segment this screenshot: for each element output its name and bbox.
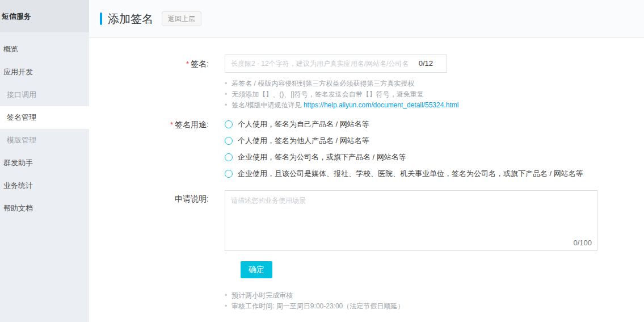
usage-label: *签名用途: bbox=[89, 118, 209, 180]
sidebar-item-signature-management[interactable]: 签名管理 bbox=[0, 106, 89, 129]
review-notes-list: 预计两小时完成审核 审核工作时间: 周一至周日9:00-23:00（法定节假日顺… bbox=[225, 290, 644, 312]
title-accent-bar bbox=[100, 12, 102, 25]
usage-options: 个人使用，签名为自己产品名 / 网站名等 个人使用，签名为他人产品名 / 网站名… bbox=[225, 118, 583, 180]
sidebar-item-app-development[interactable]: 应用开发 bbox=[0, 61, 89, 83]
description-textarea-wrap: 0/100 bbox=[225, 190, 597, 251]
note-item: 审核工作时间: 周一至周日9:00-23:00（法定节假日顺延） bbox=[225, 301, 644, 312]
sidebar-menu: 概览 应用开发 接口调用 签名管理 模版管理 群发助手 业务统计 帮助文档 bbox=[0, 32, 89, 220]
description-textarea[interactable] bbox=[225, 190, 597, 251]
tip-item: 无须添加【】、()、[]符号，签名发送会自带【】符号，避免重复 bbox=[225, 89, 644, 100]
usage-option-label: 个人使用，签名为他人产品名 / 网站名等 bbox=[238, 136, 369, 146]
tip-text: 无须添加【】、()、[]符号，签名发送会自带【】符号，避免重复 bbox=[231, 90, 424, 98]
main-content: *签名: 0/12 若签名 / 模版内容侵犯到第三方权益必须获得第三方真实授权 … bbox=[89, 39, 644, 322]
required-asterisk: * bbox=[170, 120, 173, 129]
usage-option-personal-other[interactable]: 个人使用，签名为他人产品名 / 网站名等 bbox=[225, 135, 583, 147]
usage-option-enterprise[interactable]: 企业使用，签名为公司名，或旗下产品名 / 网站名等 bbox=[225, 151, 583, 164]
note-item: 预计两小时完成审核 bbox=[225, 290, 644, 301]
sidebar-item-api-call[interactable]: 接口调用 bbox=[0, 83, 89, 106]
radio-icon[interactable] bbox=[225, 120, 233, 128]
description-label: 申请说明: bbox=[89, 190, 209, 251]
confirm-button[interactable]: 确定 bbox=[241, 261, 272, 278]
signature-input-wrap: 0/12 bbox=[225, 55, 447, 73]
signature-tips-list: 若签名 / 模版内容侵犯到第三方权益必须获得第三方真实授权 无须添加【】、()、… bbox=[225, 78, 644, 111]
tip-item: 若签名 / 模版内容侵犯到第三方权益必须获得第三方真实授权 bbox=[225, 78, 644, 89]
back-to-upper-button[interactable]: 返回上层 bbox=[162, 11, 201, 26]
radio-icon[interactable] bbox=[225, 137, 233, 145]
sidebar-product-title: 短信服务 bbox=[0, 0, 89, 32]
sidebar: 短信服务 概览 应用开发 接口调用 签名管理 模版管理 群发助手 业务统计 帮助… bbox=[0, 0, 89, 322]
page-header: 添加签名 返回上层 bbox=[89, 0, 644, 38]
sidebar-item-mass-send-assistant[interactable]: 群发助手 bbox=[0, 152, 89, 174]
sidebar-item-business-statistics[interactable]: 业务统计 bbox=[0, 174, 89, 197]
page-title: 添加签名 bbox=[108, 11, 153, 27]
spec-detail-link[interactable]: https://help.aliyun.com/document_detail/… bbox=[304, 101, 459, 109]
note-text: 审核工作时间: 周一至周日9:00-23:00（法定节假日顺延） bbox=[231, 302, 404, 310]
radio-icon[interactable] bbox=[225, 153, 233, 161]
usage-option-enterprise-institution[interactable]: 企业使用，且该公司是媒体、报社、学校、医院、机关事业单位，签名为公司名，或旗下产… bbox=[225, 168, 583, 180]
sidebar-item-template-management[interactable]: 模版管理 bbox=[0, 129, 89, 152]
signature-input[interactable] bbox=[225, 55, 447, 73]
usage-label-text: 签名用途: bbox=[175, 120, 209, 129]
add-signature-form: *签名: 0/12 若签名 / 模版内容侵犯到第三方权益必须获得第三方真实授权 … bbox=[89, 39, 644, 312]
signature-label-text: 签名: bbox=[191, 59, 209, 68]
usage-row: *签名用途: 个人使用，签名为自己产品名 / 网站名等 个人使用，签名为他人产品… bbox=[89, 118, 644, 180]
sidebar-item-overview[interactable]: 概览 bbox=[0, 38, 89, 61]
usage-option-label: 个人使用，签名为自己产品名 / 网站名等 bbox=[238, 119, 369, 129]
usage-option-label: 企业使用，且该公司是媒体、报社、学校、医院、机关事业单位，签名为公司名，或旗下产… bbox=[238, 169, 583, 179]
description-char-counter: 0/100 bbox=[573, 239, 592, 247]
signature-char-counter: 0/12 bbox=[419, 55, 433, 73]
signature-label: *签名: bbox=[89, 55, 209, 73]
tip-text: 签名/模版申请规范详见 bbox=[231, 101, 304, 109]
required-asterisk: * bbox=[186, 60, 189, 68]
radio-icon[interactable] bbox=[225, 170, 233, 178]
note-text: 预计两小时完成审核 bbox=[231, 291, 293, 299]
usage-option-label: 企业使用，签名为公司名，或旗下产品名 / 网站名等 bbox=[238, 152, 406, 162]
description-row: 申请说明: 0/100 bbox=[89, 190, 644, 251]
tip-text: 若签名 / 模版内容侵犯到第三方权益必须获得第三方真实授权 bbox=[231, 80, 414, 87]
sidebar-item-help-docs[interactable]: 帮助文档 bbox=[0, 197, 89, 220]
signature-row: *签名: 0/12 bbox=[89, 55, 644, 73]
tip-item: 签名/模版申请规范详见 https://help.aliyun.com/docu… bbox=[225, 100, 644, 111]
usage-option-personal-own[interactable]: 个人使用，签名为自己产品名 / 网站名等 bbox=[225, 118, 583, 131]
